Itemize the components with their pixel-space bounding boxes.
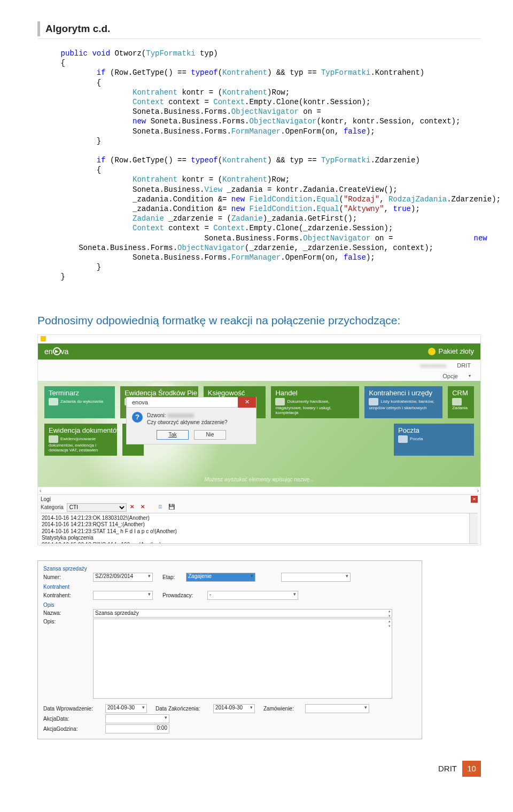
tile-t-term[interactable]: TerminarzZadania do wykonania bbox=[44, 386, 115, 418]
enova-screenshot: en ▶ va Pakiet złoty xxxxxxxxx DRIT Opcj… bbox=[37, 334, 481, 545]
enova-header: en ▶ va Pakiet złoty bbox=[38, 343, 480, 360]
user-bar: xxxxxxxxx DRIT bbox=[38, 360, 480, 371]
tile-row-2: Ewidencja dokumentówEwidencjonowanie dok… bbox=[44, 424, 474, 456]
enova-tile-area: TerminarzZadania do wykonaniaEwidencja Ś… bbox=[38, 381, 480, 487]
dialog-yes-button[interactable]: Tak bbox=[157, 430, 189, 440]
h-scroll[interactable]: ‹ › bbox=[38, 487, 480, 494]
page-number: 10 bbox=[462, 761, 481, 777]
sub-title: Podnosimy odpowiednią formatkę w reakcji… bbox=[37, 314, 481, 327]
delete-icon[interactable]: ✕ bbox=[130, 504, 137, 511]
message-dialog: enova ✕ ? Dzwoni: Czy otworzyć aktywne z… bbox=[126, 397, 256, 444]
heading-underline bbox=[38, 38, 481, 39]
page-footer: DRIT 10 bbox=[37, 761, 481, 777]
brand-va: va bbox=[61, 347, 69, 356]
brand-play-icon: ▶ bbox=[53, 347, 61, 355]
code-block: public void Otworz(TypFormatki typ) { if… bbox=[43, 49, 481, 282]
section-heading: Algorytm c.d. bbox=[37, 21, 481, 36]
group-opis: Opis bbox=[43, 602, 416, 608]
extra-select[interactable] bbox=[281, 573, 351, 582]
nazwa-input[interactable]: Szansa sprzedaży bbox=[93, 609, 392, 618]
dialog-title: enova bbox=[132, 399, 148, 405]
log-lines: 2014-10-16 14:21:23:OK 18303102!(Another… bbox=[41, 513, 478, 544]
dataz-label: Data Zakończenia: bbox=[156, 706, 209, 712]
logs-title: Logi bbox=[41, 496, 51, 502]
heading-text: Algorytm c.d. bbox=[45, 23, 481, 35]
username-blur: xxxxxxxxx bbox=[420, 362, 447, 369]
tile-row-1: TerminarzZadania do wykonaniaEwidencja Ś… bbox=[44, 386, 474, 418]
kontrahent-label: Kontrahent: bbox=[43, 592, 89, 598]
chevron-down-icon[interactable]: ▾ bbox=[469, 373, 471, 378]
save-icon[interactable]: 💾 bbox=[168, 504, 176, 511]
opis-label: Opis: bbox=[43, 619, 89, 624]
tile-t-kont[interactable]: Kontrahenci i urzędyListy kontrahentów, … bbox=[364, 386, 442, 418]
akcjadata-select[interactable] bbox=[105, 714, 169, 723]
scroll-up-icon[interactable]: ▴ bbox=[474, 514, 476, 519]
zamowienie-select[interactable] bbox=[305, 704, 369, 713]
datawp-select[interactable]: 2014-09-30 bbox=[105, 704, 147, 713]
scroll-right-icon[interactable]: › bbox=[477, 488, 479, 494]
logs-close-button[interactable]: ✕ bbox=[471, 496, 478, 503]
etap-select[interactable]: Zagajenie bbox=[186, 573, 255, 582]
nazwa-label: Nazwa: bbox=[43, 610, 89, 616]
dialog-no-button[interactable]: Nie bbox=[194, 430, 226, 440]
package-badge: Pakiet złoty bbox=[428, 347, 474, 355]
enova-toolbar-strip bbox=[38, 335, 480, 343]
akcjadata-label: AkcjaData: bbox=[43, 716, 101, 722]
clear-icon[interactable]: ✕ bbox=[141, 504, 148, 511]
brand-logo: en ▶ va bbox=[44, 347, 68, 356]
numer-label: Numer: bbox=[43, 574, 89, 580]
dialog-line2: Czy otworzyć aktywne zdarzenie? bbox=[147, 419, 228, 425]
opis-textarea[interactable] bbox=[93, 619, 392, 699]
akcjagodzina-label: AkcjaGodzina: bbox=[43, 726, 101, 732]
akcjagodzina-input[interactable]: 0:00 bbox=[105, 724, 169, 733]
gold-dot-icon bbox=[428, 348, 436, 355]
question-icon: ? bbox=[132, 412, 143, 423]
etap-label: Etap: bbox=[162, 574, 182, 580]
dataz-select[interactable]: 2014-09-30 bbox=[213, 704, 255, 713]
prowadzacy-select[interactable]: - bbox=[207, 591, 298, 600]
brand-en: en bbox=[44, 347, 53, 356]
group-szansa: Szansa sprzedaży bbox=[43, 566, 416, 572]
footer-label: DRIT bbox=[438, 764, 457, 773]
dialog-titlebar: enova ✕ bbox=[126, 397, 256, 408]
user-label: DRIT bbox=[457, 362, 471, 369]
dialog-body: ? Dzwoni: Czy otworzyć aktywne zdarzenie… bbox=[126, 408, 256, 444]
form-screenshot: Szansa sprzedaży Numer: SZ/282/09/2014 E… bbox=[37, 560, 422, 739]
prowadzacy-label: Prowadzacy: bbox=[162, 592, 203, 598]
kategoria-select[interactable]: CTI bbox=[67, 503, 127, 512]
doc-icon[interactable]: 🗎 bbox=[158, 504, 165, 511]
scroll-left-icon[interactable]: ‹ bbox=[40, 488, 41, 494]
dialog-close-button[interactable]: ✕ bbox=[238, 397, 256, 408]
datawp-label: Data Wprowadzenie: bbox=[43, 706, 101, 712]
zamowienie-label: Zamówienie: bbox=[263, 706, 301, 712]
tile-t-hand[interactable]: HandelDokumenty handlowe, magazynowe, to… bbox=[271, 386, 359, 418]
kontrahent-select[interactable] bbox=[93, 591, 153, 600]
kategoria-label: Kategoria bbox=[41, 504, 64, 510]
tile-t-crm[interactable]: CRMZadania bbox=[448, 386, 474, 418]
logs-panel: Logi ✕ Kategoria CTI ✕ ✕ 🗎 💾 2014-10-16 … bbox=[38, 494, 480, 545]
group-kontrahent: Kontrahent bbox=[43, 584, 416, 590]
numer-select[interactable]: SZ/282/09/2014 bbox=[93, 573, 153, 582]
caller-blur bbox=[167, 413, 194, 418]
dialog-line1: Dzwoni: bbox=[147, 412, 166, 418]
tile-t-poc[interactable]: PocztaPoczta bbox=[394, 424, 474, 456]
options-bar: Opcje ▾ bbox=[38, 371, 480, 381]
options-link[interactable]: Opcje bbox=[442, 373, 458, 379]
package-label: Pakiet złoty bbox=[439, 347, 474, 355]
tile-t-ewdo[interactable]: Ewidencja dokumentówEwidencjonowanie dok… bbox=[44, 424, 117, 456]
search-placeholder[interactable]: Możesz wyszukać elementy wpisując nazwę.… bbox=[38, 477, 480, 485]
dialog-text: Dzwoni: Czy otworzyć aktywne zdarzenie? bbox=[147, 412, 228, 426]
scroll-down-icon[interactable]: ▾ bbox=[474, 537, 476, 543]
